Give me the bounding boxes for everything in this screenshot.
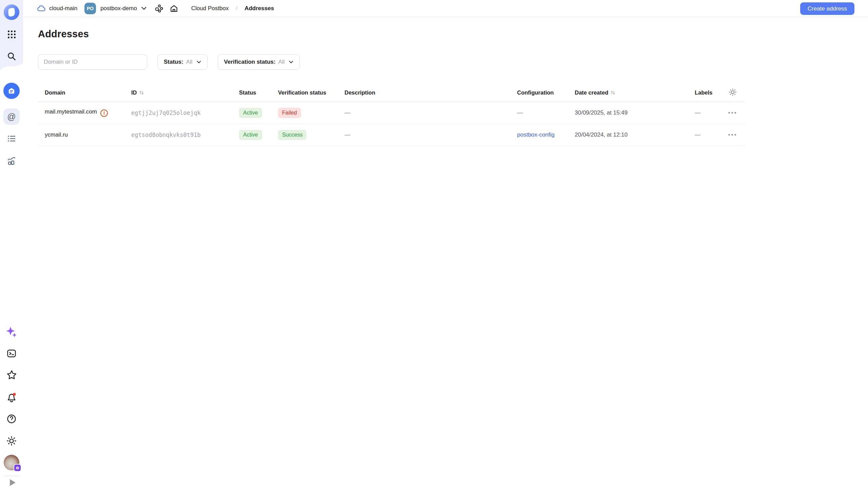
cell-description: —: [338, 124, 510, 146]
search-input[interactable]: [38, 54, 147, 70]
expand-arrow-icon: [10, 479, 16, 486]
services-icon[interactable]: [155, 4, 164, 13]
cell-domain: ycmail.ru: [38, 124, 124, 146]
filters-bar: Status: All Verification status: All: [38, 54, 300, 70]
terminal-icon: [6, 348, 17, 359]
cell-verification: Success: [271, 124, 338, 146]
cell-verification: Failed: [271, 102, 338, 124]
user-avatar: [4, 455, 19, 470]
table-row[interactable]: ycmail.ru egtsod8obnqkvks0t91b Active Su…: [38, 124, 745, 146]
chevron-down-icon: [197, 61, 201, 63]
cell-labels: —: [688, 102, 721, 124]
chevron-down-icon: [289, 61, 293, 63]
status-filter-label: Status:: [164, 59, 183, 65]
create-address-button[interactable]: Create address: [800, 2, 854, 15]
sidebar-item-help[interactable]: [0, 414, 23, 424]
postbox-mail-icon: [7, 86, 16, 95]
verification-filter-value: All: [278, 59, 285, 65]
column-header-labels[interactable]: Labels: [688, 84, 721, 102]
breadcrumb-separator: /: [236, 5, 237, 12]
warning-icon[interactable]: !: [100, 109, 108, 117]
cell-description: —: [338, 102, 510, 124]
column-header-description[interactable]: Description: [338, 84, 510, 102]
column-header-id[interactable]: ID: [124, 84, 232, 102]
breadcrumb-service[interactable]: Cloud Postbox: [191, 5, 229, 12]
status-filter-value: All: [186, 59, 193, 65]
sidebar-item-postbox[interactable]: [0, 83, 23, 99]
sidebar-item-cli[interactable]: [0, 348, 23, 359]
column-header-configuration[interactable]: Configuration: [510, 84, 568, 102]
row-actions-button[interactable]: •••: [728, 131, 737, 138]
chart-icon: [6, 155, 17, 166]
column-header-domain[interactable]: Domain: [38, 84, 124, 102]
column-header-verification[interactable]: Verification status: [271, 84, 338, 102]
sort-icon[interactable]: [610, 90, 615, 95]
apps-grid-button[interactable]: [0, 29, 23, 39]
search-button[interactable]: [0, 51, 23, 62]
user-menu[interactable]: [0, 455, 23, 470]
sidebar-item-addresses[interactable]: @: [0, 108, 23, 125]
sidebar-expand-button[interactable]: [0, 479, 23, 487]
bullet-list-icon: [6, 134, 17, 144]
cloud-logo[interactable]: [0, 4, 23, 20]
table-header-row: Domain ID Status Verification status Des…: [38, 84, 745, 102]
cell-configuration: postbox-config: [510, 124, 568, 146]
yandex-cloud-logo-icon: [4, 4, 19, 20]
cell-date-created: 30/09/2025, at 15:49: [568, 102, 688, 124]
table-settings-gear-icon[interactable]: [728, 88, 737, 97]
postbox-service-selected: [3, 83, 20, 99]
project-name[interactable]: postbox-demo: [100, 5, 137, 12]
verification-badge: Success: [278, 130, 307, 140]
star-icon: [6, 369, 17, 381]
sidebar: @: [0, 0, 23, 488]
bell-icon: [6, 391, 17, 403]
cell-status: Active: [232, 102, 271, 124]
project-badge: PO: [84, 3, 96, 14]
column-header-status[interactable]: Status: [232, 84, 271, 102]
cell-date-created: 20/04/2024, at 12:10: [568, 124, 688, 146]
org-name[interactable]: cloud-main: [49, 5, 77, 12]
page-title: Addresses: [38, 28, 89, 40]
cell-id: egtjj2uj7q025oloejqk: [124, 102, 232, 124]
sidebar-item-monitoring[interactable]: [0, 155, 23, 166]
configuration-link[interactable]: postbox-config: [517, 131, 555, 138]
help-icon: [6, 414, 17, 424]
avatar-postbox-badge-icon: [14, 464, 21, 472]
cloud-icon: [37, 4, 46, 13]
sidebar-item-list[interactable]: [0, 134, 23, 144]
notification-dot: [13, 393, 16, 395]
verification-status-filter[interactable]: Verification status: All: [218, 54, 300, 70]
status-badge: Active: [239, 130, 262, 140]
row-actions-button[interactable]: •••: [728, 109, 737, 116]
search-icon: [6, 51, 17, 61]
breadcrumb-current-page: Addresses: [244, 5, 274, 12]
at-icon: @: [7, 112, 16, 122]
cell-domain: mail.mytestmail.com!: [38, 102, 124, 124]
addresses-table: Domain ID Status Verification status Des…: [38, 84, 745, 146]
cell-status: Active: [232, 124, 271, 146]
topbar: cloud-main PO postbox-demo Cloud Postbox…: [23, 0, 868, 17]
verification-filter-label: Verification status:: [224, 59, 276, 65]
sidebar-item-settings[interactable]: [0, 435, 23, 446]
ai-sparkle-icon: [5, 325, 18, 338]
column-header-date-created[interactable]: Date created: [568, 84, 688, 102]
sidebar-item-ai-assistant[interactable]: [0, 325, 23, 338]
status-badge: Active: [239, 108, 262, 118]
sidebar-item-notifications[interactable]: [0, 391, 23, 403]
chevron-down-icon[interactable]: [141, 7, 146, 10]
home-icon[interactable]: [170, 4, 178, 13]
sort-icon[interactable]: [139, 90, 144, 95]
apps-grid-icon: [7, 30, 16, 39]
table-row[interactable]: mail.mytestmail.com! egtjj2uj7q025oloejq…: [38, 102, 745, 124]
sidebar-item-favorites[interactable]: [0, 369, 23, 381]
status-filter[interactable]: Status: All: [157, 54, 208, 70]
sidebar-divider: [3, 476, 20, 476]
cell-labels: —: [688, 124, 721, 146]
settings-gear-icon: [6, 435, 17, 446]
cell-configuration: —: [510, 102, 568, 124]
cell-id: egtsod8obnqkvks0t91b: [124, 124, 232, 146]
verification-badge: Failed: [278, 108, 301, 118]
